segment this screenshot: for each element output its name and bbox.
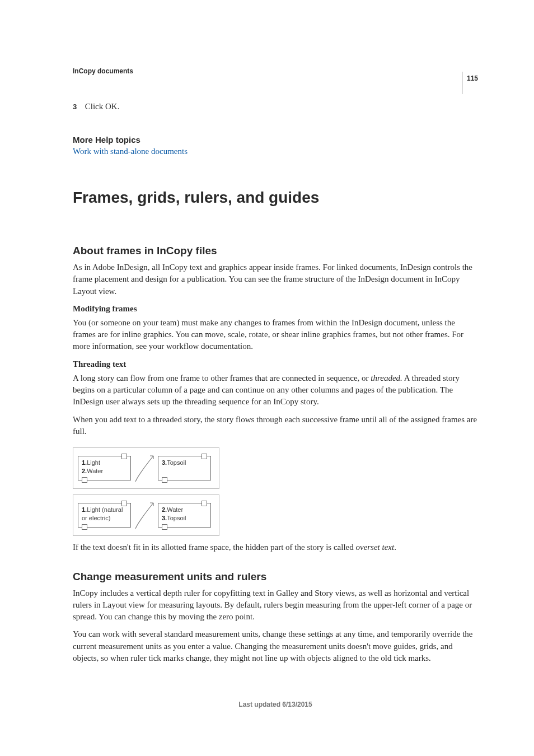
para-units-1: InCopy includes a vertical depth ruler f…: [73, 587, 478, 623]
step-number: 3: [73, 102, 83, 111]
thread-link-icon: [134, 501, 154, 530]
in-port-icon: [202, 454, 207, 459]
section-measurement-units: Change measurement units and rulers: [73, 571, 478, 583]
text-frame-1a: 1.Light 2.Water: [78, 456, 131, 480]
para-threading-1: A long story can flow from one frame to …: [73, 372, 478, 408]
subhead-threading-text: Threading text: [73, 360, 478, 369]
page-number: 115: [462, 72, 478, 94]
in-port-icon: [121, 501, 127, 506]
para-threading-2: When you add text to a threaded story, t…: [73, 414, 478, 438]
thread-link-icon: [134, 454, 154, 483]
text-frame-2a: 1.Light (natural or electric): [78, 503, 131, 528]
more-help-heading: More Help topics: [73, 135, 478, 144]
out-port-icon: [82, 524, 87, 530]
figure-threaded-frames: 1.Light 2.Water 3.Topsoil 1.Light (natur…: [73, 447, 219, 536]
in-port-icon: [121, 454, 127, 459]
para-about-frames: As in Adobe InDesign, all InCopy text an…: [73, 262, 478, 297]
para-units-2: You can work with several standard measu…: [73, 628, 478, 664]
step-text: Click OK.: [85, 102, 120, 111]
figure-row-1: 1.Light 2.Water 3.Topsoil: [73, 447, 219, 489]
step-3: 3 Click OK.: [73, 102, 478, 111]
section-about-frames: About frames in InCopy files: [73, 245, 478, 257]
footer-updated: Last updated 6/13/2015: [73, 701, 478, 708]
text-frame-2b: 2.Water 3.Topsoil: [158, 503, 211, 528]
para-modifying-frames: You (or someone on your team) must make …: [73, 317, 478, 353]
out-port-icon: [162, 524, 167, 530]
text-frame-1b: 3.Topsoil: [158, 456, 211, 480]
figure-caption: If the text doesn't fit in its allotted …: [73, 542, 478, 553]
out-port-icon: [162, 477, 167, 483]
help-link-standalone-docs[interactable]: Work with stand-alone documents: [73, 147, 188, 156]
subhead-modifying-frames: Modifying frames: [73, 304, 478, 314]
page: 115 InCopy documents 3 Click OK. More He…: [0, 0, 534, 756]
out-port-icon: [82, 477, 87, 483]
in-port-icon: [202, 501, 207, 506]
page-title: Frames, grids, rulers, and guides: [73, 189, 478, 207]
figure-row-2: 1.Light (natural or electric) 2.Water 3.…: [73, 494, 219, 536]
chapter-title: InCopy documents: [73, 67, 478, 75]
